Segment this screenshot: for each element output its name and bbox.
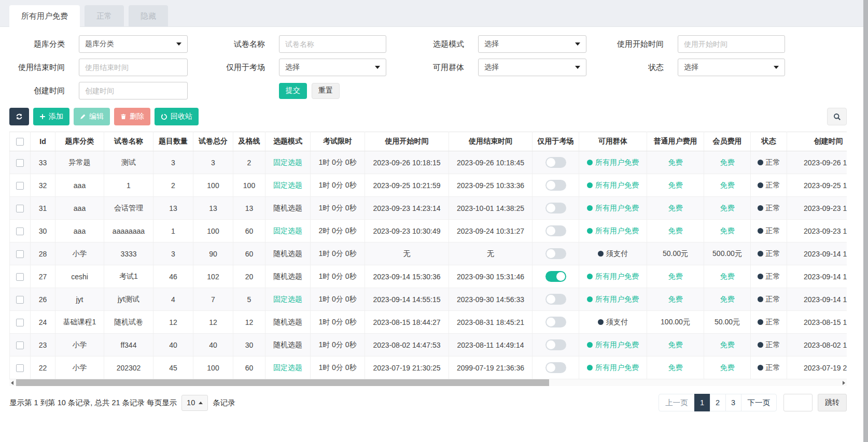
filter-label-mode: 选题模式 [386, 39, 478, 49]
pagination-info-suffix: 条记录 [213, 398, 235, 408]
page-vertical-scrollbar[interactable] [863, 0, 868, 442]
next-page-button[interactable]: 下一页 [741, 394, 777, 411]
select-all-checkbox[interactable] [16, 138, 24, 146]
horizontal-scrollbar[interactable] [9, 379, 847, 386]
search-button[interactable] [827, 108, 847, 125]
column-header: 试卷总分 [193, 132, 233, 151]
table-cell: 100 [193, 174, 233, 197]
tab-all-users-free[interactable]: 所有用户免费 [9, 5, 80, 27]
row-checkbox[interactable] [16, 159, 24, 167]
row-checkbox[interactable] [16, 364, 24, 372]
exam-only-toggle[interactable] [545, 317, 566, 327]
exam-only-select-value: 选择 [285, 63, 300, 72]
table-cell: 30 [233, 334, 265, 357]
mode-link: 随机选题 [273, 204, 302, 212]
exam-only-toggle[interactable] [545, 248, 566, 259]
row-checkbox[interactable] [16, 341, 24, 349]
status-select[interactable]: 选择 [678, 59, 785, 76]
jump-page-input[interactable] [783, 394, 813, 411]
table-cell: 26 [31, 288, 55, 311]
recycle-bin-button[interactable]: 回收站 [155, 108, 199, 125]
table-cell: 13 [193, 197, 233, 220]
tab-hidden[interactable]: 隐藏 [129, 5, 168, 26]
add-button[interactable]: 添加 [33, 108, 69, 125]
exam-only-toggle[interactable] [545, 271, 566, 282]
horizontal-scrollbar-thumb[interactable] [16, 379, 549, 386]
table-cell: 2023-08-31 18:45:21 [449, 311, 533, 334]
group-cell: 所有用户免费 [579, 174, 647, 197]
table-cell: 90 [193, 243, 233, 265]
column-header: 题目数量 [153, 132, 193, 151]
row-checkbox[interactable] [16, 205, 24, 212]
category-select-value: 题库分类 [85, 39, 114, 49]
refresh-button[interactable] [9, 108, 29, 125]
reset-button[interactable]: 重置 [312, 83, 340, 99]
exam-only-select[interactable]: 选择 [279, 59, 386, 76]
created-time-input[interactable] [79, 82, 188, 99]
exam-only-toggle[interactable] [545, 180, 566, 191]
end-time-input[interactable] [79, 59, 188, 76]
data-table-container: Id题库分类试卷名称题目数量试卷总分及格线选题模式考试限时使用开始时间使用结束时… [9, 132, 847, 379]
tab-normal[interactable]: 正常 [85, 5, 124, 26]
category-select[interactable]: 题库分类 [79, 35, 188, 53]
scroll-right-icon[interactable] [843, 381, 845, 385]
submit-button[interactable]: 提交 [279, 83, 307, 99]
table-row: 22小学2023024510060固定选题1时 0分 0秒2023-07-19 … [10, 357, 847, 379]
group-select-value: 选择 [484, 63, 499, 72]
page-button-2[interactable]: 2 [710, 394, 726, 411]
fee-cell: 50.00元 [647, 243, 704, 265]
mode-link[interactable]: 固定选题 [273, 181, 302, 189]
group-select[interactable]: 选择 [478, 59, 586, 76]
table-cell: 小学 [55, 357, 104, 379]
status-cell: 正常 [751, 334, 787, 357]
member-fee-cell: 免费 [704, 174, 751, 197]
paper-name-input[interactable] [279, 35, 386, 53]
group-dot-icon [587, 160, 593, 165]
fee-cell: 免费 [647, 151, 704, 174]
prev-page-button[interactable]: 上一页 [659, 394, 695, 411]
row-checkbox[interactable] [16, 273, 24, 281]
filter-label-end-time: 使用结束时间 [9, 63, 79, 73]
jump-button[interactable]: 跳转 [818, 394, 847, 411]
table-cell: 2023-07-19 21: [787, 357, 847, 379]
group-dot-icon [598, 319, 604, 325]
delete-button[interactable]: 删除 [114, 108, 150, 125]
page-size-select[interactable]: 10 [181, 395, 208, 411]
row-checkbox[interactable] [16, 319, 24, 326]
exam-only-toggle[interactable] [545, 203, 566, 213]
table-cell: 2023-09-14 15: [787, 265, 847, 288]
table-cell: 100 [193, 357, 233, 379]
fee-cell: 免费 [647, 357, 704, 379]
exam-only-toggle[interactable] [545, 362, 566, 373]
page-button-1[interactable]: 1 [694, 394, 710, 411]
row-checkbox[interactable] [16, 296, 24, 304]
mode-link[interactable]: 固定选题 [273, 295, 302, 303]
column-header: 会员费用 [704, 132, 751, 151]
filter-label-paper-name: 试卷名称 [188, 39, 279, 49]
table-cell: 小学 [55, 334, 104, 357]
mode-select[interactable]: 选择 [478, 35, 586, 53]
group-cell: 所有用户免费 [579, 357, 647, 379]
table-cell: 2023-09-14 18: [787, 243, 847, 265]
scroll-left-icon[interactable] [11, 381, 13, 385]
column-header: 选题模式 [265, 132, 311, 151]
exam-only-toggle[interactable] [545, 157, 566, 168]
table-cell: 4 [153, 288, 193, 311]
start-time-input[interactable] [678, 35, 785, 53]
exam-only-toggle[interactable] [545, 339, 566, 350]
row-checkbox[interactable] [16, 182, 24, 190]
exam-only-toggle[interactable] [545, 225, 566, 236]
exam-only-toggle[interactable] [545, 294, 566, 305]
table-row: 24基础课程1随机试卷121212随机选题1时 0分 0秒2023-08-15 … [10, 311, 847, 334]
mode-link[interactable]: 固定选题 [273, 363, 302, 372]
filter-label-created-time: 创建时间 [9, 86, 79, 96]
row-checkbox[interactable] [16, 250, 24, 258]
mode-link[interactable]: 固定选题 [273, 158, 302, 166]
table-cell: 2023-09-14 14: [787, 288, 847, 311]
row-checkbox[interactable] [16, 227, 24, 235]
edit-button[interactable]: 编辑 [74, 108, 110, 125]
mode-link[interactable]: 固定选题 [273, 226, 302, 235]
page-button-3[interactable]: 3 [725, 394, 741, 411]
table-cell: 5 [233, 288, 265, 311]
table-row: 26jytjyt测试475固定选题1时 0分 0秒2023-09-14 14:5… [10, 288, 847, 311]
